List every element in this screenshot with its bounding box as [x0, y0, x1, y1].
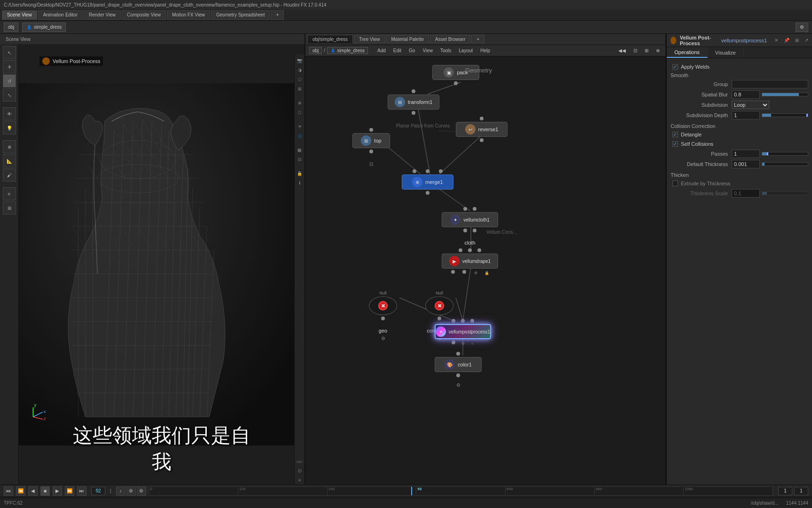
tool-view[interactable]: 👁: [3, 107, 16, 120]
tool-light[interactable]: 💡: [3, 121, 16, 135]
tab-scene-view[interactable]: Scene View: [2, 10, 37, 20]
node-tab-simple-dress[interactable]: obj/simple_dress: [307, 35, 353, 43]
node-fit-btn[interactable]: ⊡: [632, 48, 639, 53]
node-transform1[interactable]: ⊞ transform1: [388, 89, 439, 115]
node-vellumcloth1[interactable]: ✦ vellumcloth1 cloth: [442, 207, 498, 232]
toolbar-context-btn[interactable]: 👗 simple_dress: [22, 23, 66, 32]
node-snap-btn[interactable]: ⊕: [654, 48, 662, 53]
tool-rotate[interactable]: ↺: [3, 74, 16, 87]
tab-animation-editor[interactable]: Animation Editor: [38, 10, 83, 20]
node-vellumpostprocess1[interactable]: ✦ vellumpostprocess1 ⚙ ○: [435, 319, 491, 346]
breadcrumb-context[interactable]: 👗 simple_dress: [327, 47, 368, 54]
rv-shading[interactable]: ◑: [296, 66, 304, 74]
props-expand-icon[interactable]: ⊞: [795, 38, 799, 43]
tool-scale[interactable]: ⤡: [3, 88, 16, 102]
node-reverse1[interactable]: ↩ reverse1: [456, 117, 508, 142]
tl-play-reverse[interactable]: ◀: [28, 486, 38, 496]
node-layout-btn[interactable]: Layout: [457, 48, 475, 53]
rv-snap[interactable]: ⊕: [296, 99, 304, 107]
tool-misc1[interactable]: ≡: [3, 187, 16, 200]
node-go-btn[interactable]: Go: [407, 48, 417, 53]
tab-motion-fx-view[interactable]: Motion FX View: [167, 10, 210, 20]
subdivision-select[interactable]: Loop Catmull-Clark None: [732, 101, 769, 109]
rv-wireframe[interactable]: ⬡: [296, 75, 304, 84]
node-color1[interactable]: 🎨 color1 ⚙: [435, 352, 482, 377]
tool-paint[interactable]: 🖌: [3, 168, 16, 182]
node-tools-btn[interactable]: Tools: [438, 48, 453, 53]
node-tab-material[interactable]: Material Palette: [386, 35, 429, 43]
node-top[interactable]: ⊞ top ⊡: [352, 128, 390, 153]
tool-select[interactable]: ↖: [3, 46, 16, 59]
tl-play[interactable]: ▶: [53, 486, 62, 496]
node-vellumdrape1[interactable]: ▶ vellumdrape1 ⚙ 🔒: [442, 248, 498, 276]
node-grid-btn[interactable]: ⊞: [643, 48, 650, 53]
extrude-checkbox[interactable]: [672, 181, 678, 186]
viewport-header: Scene View: [0, 34, 304, 44]
tl-jump-end[interactable]: ⏭: [77, 486, 86, 496]
passes-handle[interactable]: [767, 152, 768, 155]
frame-end-input[interactable]: [794, 487, 808, 495]
rv-bottom1[interactable]: ⊡: [296, 467, 304, 475]
node-help-btn[interactable]: Help: [478, 48, 492, 53]
rv-lock[interactable]: 🔒: [296, 169, 304, 178]
node-constraints-null[interactable]: Null ✖ constraints ⚙: [425, 291, 453, 320]
node-collapse-btn[interactable]: ◀◀: [617, 48, 628, 53]
frame-start-input[interactable]: [778, 487, 792, 495]
subdivision-depth-handle[interactable]: [806, 114, 808, 117]
node-canvas[interactable]: ▣ pack Geometry ⊞ transform1 Planar Patc…: [305, 56, 665, 484]
node-add-btn[interactable]: Add: [375, 48, 388, 53]
tool-measure[interactable]: 📐: [3, 154, 16, 167]
rv-bottom2[interactable]: ≡: [296, 476, 304, 484]
rv-shadows[interactable]: 🌑: [296, 132, 304, 140]
node-tab-tree-view[interactable]: Tree View: [354, 35, 385, 43]
node-tab-add[interactable]: +: [471, 35, 484, 43]
node-merge1[interactable]: ⊕ merge1: [402, 169, 453, 195]
timeline-playhead[interactable]: [411, 487, 412, 495]
rv-display[interactable]: ⊞: [296, 85, 304, 93]
tl-settings[interactable]: ⚙: [126, 486, 136, 496]
tl-jump-start[interactable]: ⏮: [4, 486, 13, 496]
props-detach-icon[interactable]: ↗: [804, 38, 808, 43]
toolbar-settings-btn[interactable]: ⚙: [796, 23, 808, 32]
tl-audio[interactable]: ♪: [116, 486, 125, 496]
group-input[interactable]: [732, 80, 808, 88]
rv-abc[interactable]: abc: [296, 457, 304, 466]
subdivision-depth-input[interactable]: [732, 111, 760, 119]
node-tab-asset[interactable]: Asset Browser: [430, 35, 470, 43]
rv-bg[interactable]: ▦: [296, 146, 304, 154]
props-pin-icon[interactable]: 📌: [784, 38, 789, 43]
tab-operations[interactable]: Operations: [667, 47, 708, 58]
self-collisions-checkbox[interactable]: ✓: [672, 141, 678, 147]
thickness-scale-input[interactable]: [732, 189, 760, 198]
tool-transform[interactable]: ✛: [3, 60, 16, 73]
tab-visualize[interactable]: Visualize: [708, 47, 744, 58]
tl-frame-settings[interactable]: ⚙: [137, 486, 146, 496]
spatial-blur-input[interactable]: [732, 90, 760, 99]
rv-safe[interactable]: ⊡: [296, 155, 304, 164]
rv-info[interactable]: ℹ: [296, 179, 304, 187]
detangle-checkbox[interactable]: ✓: [672, 132, 678, 137]
tab-composite-view[interactable]: Composite View: [122, 10, 166, 20]
tab-geometry-spreadsheet[interactable]: Geometry Spreadsheet: [211, 10, 270, 20]
viewport-scene-tab[interactable]: Scene View: [4, 37, 32, 42]
node-view-btn[interactable]: View: [421, 48, 435, 53]
props-close-icon[interactable]: ✕: [774, 38, 778, 43]
tl-next-frame[interactable]: ⏩: [65, 486, 74, 496]
breadcrumb-obj[interactable]: obj: [309, 47, 322, 54]
default-thickness-input[interactable]: [732, 160, 760, 168]
tool-snap[interactable]: ⊕: [3, 140, 16, 153]
passes-input[interactable]: [732, 150, 760, 158]
rv-camera[interactable]: 📷: [296, 56, 304, 65]
rv-xray[interactable]: ◻: [296, 108, 304, 117]
toolbar-obj-btn[interactable]: obj: [4, 23, 18, 32]
tab-render-view[interactable]: Render View: [84, 10, 121, 20]
tool-misc2[interactable]: ⊞: [3, 201, 16, 214]
apply-welds-checkbox[interactable]: ✓: [672, 64, 678, 70]
tab-add[interactable]: +: [271, 10, 284, 20]
rv-lights[interactable]: ☀: [296, 122, 304, 131]
tl-prev-frame[interactable]: ⏪: [16, 486, 25, 496]
tl-stop[interactable]: ■: [40, 486, 50, 496]
node-geo-null[interactable]: Null ✖ geo ⚙: [369, 291, 397, 320]
viewport-canvas[interactable]: Vellum Post-Process: [19, 44, 304, 484]
node-edit-btn[interactable]: Edit: [391, 48, 403, 53]
